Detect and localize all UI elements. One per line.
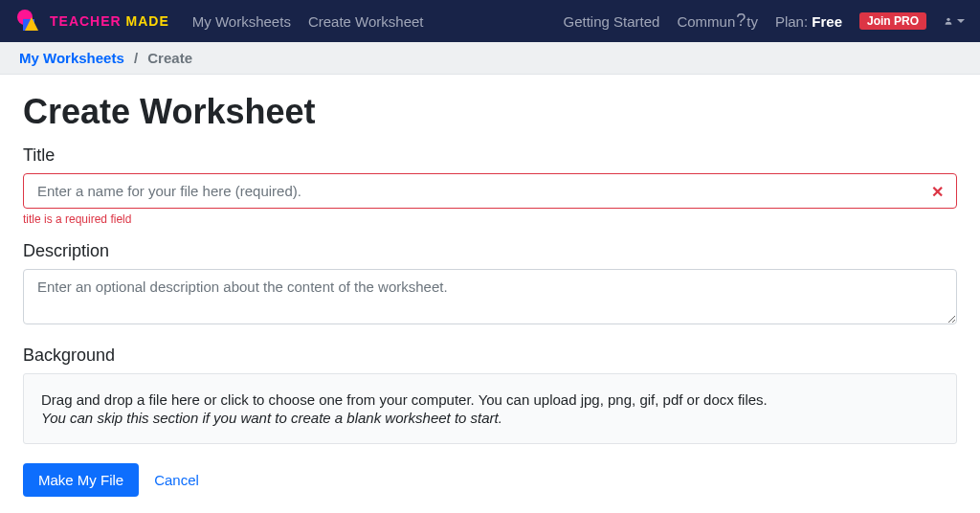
nav-my-worksheets[interactable]: My Worksheets — [192, 13, 291, 30]
plan-indicator: Plan: Free — [775, 13, 842, 30]
title-input[interactable] — [23, 173, 957, 209]
dropzone-subtext: You can skip this section if you want to… — [41, 410, 939, 426]
form-actions: Make My File Cancel — [23, 463, 957, 497]
nav-links-right: Getting Started Commun?ty Plan: Free Joi… — [563, 11, 965, 32]
nav-links-left: My Worksheets Create Worksheet — [192, 13, 424, 30]
title-input-wrapper: ✕ — [23, 173, 957, 209]
svg-point-3 — [947, 18, 949, 21]
error-icon: ✕ — [931, 182, 944, 200]
description-input[interactable] — [23, 269, 957, 324]
background-label: Background — [23, 346, 957, 366]
navbar: TEACHER MADE My Worksheets Create Worksh… — [0, 0, 980, 42]
main-content: Create Worksheet Title ✕ title is a requ… — [0, 75, 980, 513]
page-title: Create Worksheet — [23, 92, 957, 132]
breadcrumb-current: Create — [147, 50, 192, 66]
brand-logo[interactable]: TEACHER MADE — [15, 8, 169, 34]
nav-community[interactable]: Commun?ty — [677, 11, 758, 32]
submit-button[interactable]: Make My File — [23, 463, 139, 497]
nav-create-worksheet[interactable]: Create Worksheet — [308, 13, 424, 30]
question-icon: ? — [736, 11, 746, 31]
join-pro-button[interactable]: Join PRO — [859, 12, 926, 30]
breadcrumb-separator: / — [134, 50, 138, 66]
breadcrumb-my-worksheets[interactable]: My Worksheets — [19, 50, 124, 66]
dropzone-text: Drag and drop a file here or click to ch… — [41, 391, 939, 408]
title-label: Title — [23, 145, 957, 166]
chevron-down-icon — [957, 19, 965, 23]
cancel-button[interactable]: Cancel — [154, 472, 199, 488]
brand-text: TEACHER MADE — [50, 13, 169, 29]
logo-icon — [15, 8, 42, 34]
nav-getting-started[interactable]: Getting Started — [563, 13, 659, 30]
description-label: Description — [23, 241, 957, 261]
background-dropzone[interactable]: Drag and drop a file here or click to ch… — [23, 373, 957, 444]
user-icon — [944, 11, 953, 31]
title-error-text: title is a required field — [23, 212, 957, 226]
breadcrumb: My Worksheets / Create — [0, 42, 980, 75]
user-menu[interactable] — [944, 11, 965, 32]
